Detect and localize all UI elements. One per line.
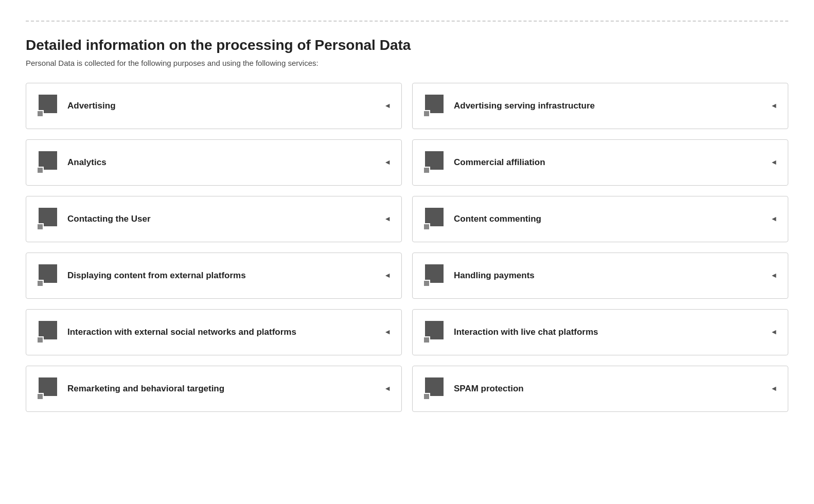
card-chevron-commercial-affiliation: ◄ [770, 158, 777, 167]
card-contacting-user[interactable]: Contacting the User ◄ [26, 196, 402, 242]
card-icon-content-commenting [423, 208, 446, 230]
card-label-contacting-user: Contacting the User [67, 213, 379, 225]
card-icon-advertising-infra [423, 95, 446, 117]
card-chevron-interaction-social: ◄ [384, 328, 391, 336]
card-remarketing[interactable]: Remarketing and behavioral targeting ◄ [26, 366, 402, 412]
card-icon-interaction-social [37, 321, 59, 344]
card-advertising-infra[interactable]: Advertising serving infrastructure ◄ [412, 83, 788, 129]
card-chevron-advertising-infra: ◄ [770, 102, 777, 110]
card-label-interaction-chat: Interaction with live chat platforms [454, 326, 765, 338]
card-chevron-displaying-content: ◄ [384, 272, 391, 280]
card-content-commenting[interactable]: Content commenting ◄ [412, 196, 788, 242]
card-icon-displaying-content [37, 264, 59, 287]
card-chevron-analytics: ◄ [384, 158, 391, 167]
cards-grid: Advertising ◄ Advertising serving infras… [26, 83, 788, 412]
card-handling-payments[interactable]: Handling payments ◄ [412, 253, 788, 299]
card-label-advertising: Advertising [67, 100, 379, 112]
card-label-advertising-infra: Advertising serving infrastructure [454, 100, 765, 112]
page-title: Detailed information on the processing o… [26, 37, 788, 53]
card-label-commercial-affiliation: Commercial affiliation [454, 156, 765, 169]
card-interaction-chat[interactable]: Interaction with live chat platforms ◄ [412, 309, 788, 355]
card-chevron-content-commenting: ◄ [770, 215, 777, 223]
page-subtitle: Personal Data is collected for the follo… [26, 59, 788, 67]
card-chevron-spam-protection: ◄ [770, 385, 777, 393]
card-label-analytics: Analytics [67, 156, 379, 169]
card-icon-handling-payments [423, 264, 446, 287]
card-label-interaction-social: Interaction with external social network… [67, 326, 379, 338]
card-displaying-content[interactable]: Displaying content from external platfor… [26, 253, 402, 299]
card-icon-remarketing [37, 377, 59, 400]
card-commercial-affiliation[interactable]: Commercial affiliation ◄ [412, 139, 788, 186]
card-label-spam-protection: SPAM protection [454, 383, 765, 395]
card-icon-commercial-affiliation [423, 151, 446, 174]
card-label-displaying-content: Displaying content from external platfor… [67, 269, 379, 282]
card-icon-analytics [37, 151, 59, 174]
card-chevron-remarketing: ◄ [384, 385, 391, 393]
card-icon-advertising [37, 95, 59, 117]
card-label-remarketing: Remarketing and behavioral targeting [67, 383, 379, 395]
card-chevron-interaction-chat: ◄ [770, 328, 777, 336]
page-header: Detailed information on the processing o… [26, 21, 788, 67]
card-advertising[interactable]: Advertising ◄ [26, 83, 402, 129]
card-interaction-social[interactable]: Interaction with external social network… [26, 309, 402, 355]
card-analytics[interactable]: Analytics ◄ [26, 139, 402, 186]
card-chevron-contacting-user: ◄ [384, 215, 391, 223]
card-spam-protection[interactable]: SPAM protection ◄ [412, 366, 788, 412]
card-chevron-handling-payments: ◄ [770, 272, 777, 280]
card-chevron-advertising: ◄ [384, 102, 391, 110]
card-icon-contacting-user [37, 208, 59, 230]
card-icon-spam-protection [423, 377, 446, 400]
card-label-content-commenting: Content commenting [454, 213, 765, 225]
card-icon-interaction-chat [423, 321, 446, 344]
card-label-handling-payments: Handling payments [454, 269, 765, 282]
